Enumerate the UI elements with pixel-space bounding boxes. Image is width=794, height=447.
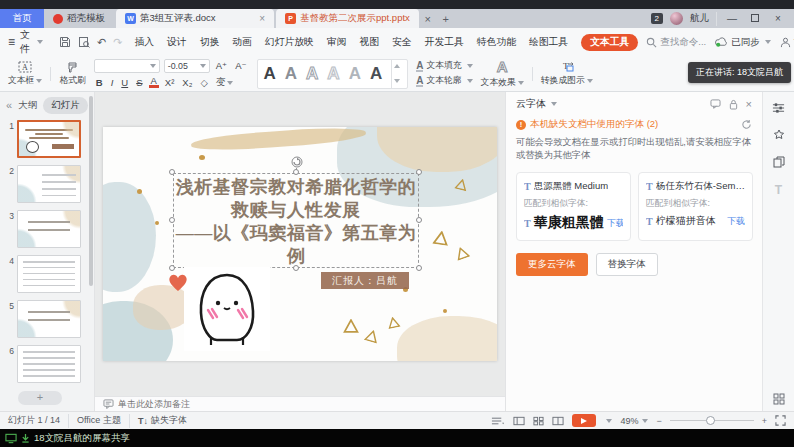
font-color-button[interactable]: A [149, 76, 159, 88]
tab-close-icon[interactable]: × [419, 9, 437, 28]
selection-handle[interactable] [293, 265, 299, 271]
undo-icon[interactable]: ↶ [97, 36, 106, 49]
selection-handle[interactable] [293, 169, 299, 175]
menu-tab-texttools-active[interactable]: 文本工具 [581, 34, 638, 51]
presenter-textbox[interactable]: 汇报人：吕航 [321, 272, 409, 289]
redo-icon[interactable]: ↷ [113, 36, 122, 49]
grid-view-icon[interactable] [773, 393, 785, 405]
selection-handle[interactable] [169, 169, 175, 175]
print-preview-icon[interactable] [78, 36, 90, 48]
normal-view-icon[interactable] [513, 416, 525, 426]
notes-input[interactable] [118, 399, 318, 409]
file-menu[interactable]: 文件 [20, 28, 30, 56]
slides-tab[interactable]: 幻灯片 [43, 97, 88, 114]
hamburger-menu-icon[interactable]: ≡ [8, 35, 15, 49]
command-search[interactable]: 查找命令... [646, 36, 706, 49]
selection-handle[interactable] [416, 169, 422, 175]
subscript-button[interactable]: X₂ [180, 77, 194, 88]
collapse-panel-icon[interactable]: « [6, 99, 12, 111]
text-fill-button[interactable]: A文本填充 [416, 60, 472, 72]
wordart-style-1[interactable]: A [264, 65, 276, 82]
menu-tab-devtools[interactable]: 开发工具 [425, 36, 464, 49]
slide-1[interactable]: 浅析基督宗教对希腊化哲学的 救赎与人性发展 ——以《玛窦福音》第五章为 例 汇报… [103, 127, 497, 361]
italic-button[interactable]: I [109, 77, 116, 88]
cartoon-sticker-image[interactable] [184, 267, 270, 351]
slide-thumbnail-2[interactable] [17, 165, 81, 203]
character-spacing-select[interactable]: -0.05 [164, 59, 210, 73]
menu-tab-design[interactable]: 设计 [167, 36, 187, 49]
notification-badge[interactable]: 2 [651, 13, 663, 24]
insert-textbox-button[interactable]: A 文本框 [8, 61, 42, 87]
minimize-button[interactable]: — [724, 13, 740, 24]
outline-tab[interactable]: 大纲 [18, 99, 37, 112]
rotate-handle[interactable] [291, 156, 303, 168]
missing-font-status[interactable]: T↓ 缺失字体 [138, 414, 187, 427]
zoom-in-button[interactable]: + [762, 416, 767, 426]
text-effects-button[interactable]: A 文本效果 [481, 58, 524, 89]
download-link[interactable]: 下载 [607, 217, 623, 230]
selection-pane-icon[interactable] [773, 156, 785, 168]
slide-thumbnail-3[interactable] [17, 210, 81, 248]
slide-thumbnail-6[interactable] [17, 345, 81, 383]
replace-font-button[interactable]: 替换字体 [596, 253, 658, 276]
tab-docer-template[interactable]: 稻壳模板 [44, 9, 114, 28]
text-outline-button[interactable]: A文本轮廓 [416, 75, 472, 87]
wordart-style-4[interactable]: A [327, 65, 339, 82]
add-slide-button[interactable]: + [18, 391, 62, 405]
menu-tab-slideshow[interactable]: 幻灯片放映 [265, 36, 314, 49]
pin-lock-icon[interactable] [729, 99, 738, 110]
avatar[interactable] [670, 12, 683, 25]
new-tab-button[interactable]: + [437, 9, 455, 28]
properties-sliders-icon[interactable] [772, 102, 785, 114]
menu-tab-features[interactable]: 特色功能 [477, 36, 516, 49]
slide-sorter-icon[interactable] [533, 416, 544, 426]
slide-thumbnail-4[interactable] [17, 255, 81, 293]
font-name-select[interactable] [94, 59, 160, 73]
wordart-style-2[interactable]: A [285, 65, 297, 82]
menu-tab-animation[interactable]: 动画 [232, 36, 252, 49]
selection-handle[interactable] [416, 265, 422, 271]
zoom-out-button[interactable]: − [656, 416, 661, 426]
fit-to-window-icon[interactable] [775, 415, 786, 426]
thumbnail-scrollbar[interactable] [89, 96, 93, 286]
slide-title[interactable]: 浅析基督宗教对希腊化哲学的 救赎与人性发展 ——以《玛窦福音》第五章为 例 [175, 176, 417, 268]
maximize-button[interactable] [747, 13, 763, 24]
slideshow-play-button[interactable] [572, 414, 596, 427]
notes-toggle-icon[interactable] [491, 416, 505, 426]
feedback-icon[interactable] [710, 99, 721, 109]
more-cloud-fonts-button[interactable]: 更多云字体 [516, 253, 588, 276]
sync-status[interactable]: 已同步 [715, 36, 771, 49]
reading-view-icon[interactable] [552, 416, 564, 426]
tab-docx-file[interactable]: W 第3组互评表.docx × [116, 9, 274, 28]
wordart-gallery-scroll[interactable] [391, 59, 401, 89]
menu-tab-security[interactable]: 安全 [392, 36, 412, 49]
effects-badge-icon[interactable] [773, 129, 785, 141]
menu-tab-drawtools[interactable]: 绘图工具 [529, 36, 568, 49]
slide-thumbnail-5[interactable] [17, 300, 81, 338]
bold-button[interactable]: B [94, 77, 105, 88]
text-transform-button[interactable]: 变 [214, 76, 236, 89]
grow-font-button[interactable]: A⁺ [214, 60, 229, 71]
zoom-slider[interactable] [670, 420, 754, 421]
collaborate-button[interactable]: 协作 [780, 36, 794, 49]
refresh-icon[interactable] [741, 119, 752, 130]
menu-tab-insert[interactable]: 插入 [134, 36, 154, 49]
theme-label[interactable]: Office 主题 [77, 414, 121, 427]
tab-pptx-file[interactable]: P 基督教第二次展示ppt.pptx [276, 9, 419, 28]
zoom-slider-knob[interactable] [706, 416, 715, 425]
tab-home[interactable]: 首页 [0, 9, 44, 28]
menu-tab-view[interactable]: 视图 [359, 36, 379, 49]
wordart-style-3[interactable]: A [306, 65, 318, 82]
save-icon[interactable] [59, 36, 71, 48]
selection-handle[interactable] [169, 217, 175, 223]
superscript-button[interactable]: X² [163, 77, 177, 88]
underline-button[interactable]: U [119, 77, 130, 88]
close-panel-icon[interactable]: × [746, 98, 752, 110]
selection-handle[interactable] [169, 265, 175, 271]
clear-format-button[interactable]: ◇ [198, 77, 209, 88]
selection-handle[interactable] [416, 217, 422, 223]
tab-docx-close-icon[interactable]: × [259, 13, 265, 24]
format-painter-button[interactable]: 格式刷 [59, 61, 85, 87]
close-window-button[interactable]: × [770, 13, 786, 24]
slide-thumbnail-1[interactable] [17, 120, 81, 158]
